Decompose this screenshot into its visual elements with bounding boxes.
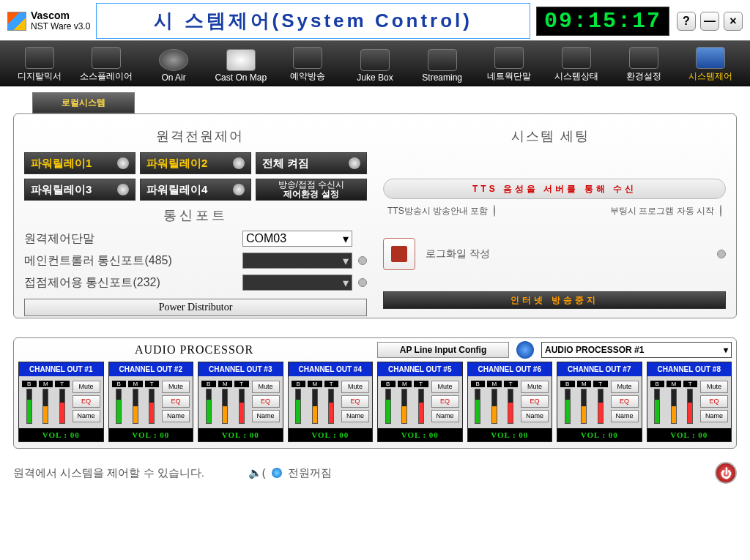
channel-out-1: CHANNEL OUT #1BMTMuteEQNameVOL : 00 xyxy=(18,362,104,442)
eq-button[interactable]: EQ xyxy=(700,395,728,408)
map-icon xyxy=(226,49,256,71)
mute-button[interactable]: Mute xyxy=(700,381,728,393)
power-relay-2-button[interactable]: 파워릴레이2 xyxy=(140,152,251,174)
eq-button[interactable]: EQ xyxy=(611,395,639,408)
eq-button[interactable]: EQ xyxy=(521,395,549,408)
log-file-button[interactable] xyxy=(383,238,415,270)
treble-slider[interactable]: T xyxy=(504,381,519,424)
bass-slider[interactable]: B xyxy=(292,381,306,424)
treble-slider[interactable]: T xyxy=(234,381,249,424)
power-relay-4-button[interactable]: 파워릴레이4 xyxy=(140,179,251,201)
bass-slider[interactable]: B xyxy=(650,381,665,424)
name-button[interactable]: Name xyxy=(431,410,459,422)
onair-icon xyxy=(159,49,188,71)
mute-button[interactable]: Mute xyxy=(73,381,100,393)
close-button[interactable]: × xyxy=(724,12,743,31)
mixer-icon xyxy=(25,47,54,69)
mute-button[interactable]: Mute xyxy=(611,381,639,393)
power-distributor-button[interactable]: Power Distributor xyxy=(24,299,367,316)
tb-source-player[interactable]: 소스플레이어 xyxy=(75,45,139,84)
mid-slider[interactable]: M xyxy=(487,381,502,424)
contact-port-label: 접점제어용 통신포트(232) xyxy=(24,275,160,291)
tb-schedule[interactable]: 예약방송 xyxy=(276,45,341,84)
name-button[interactable]: Name xyxy=(73,410,100,422)
film-icon xyxy=(391,246,407,262)
internet-broadcast-stop-button[interactable]: 인터넷 방송중지 xyxy=(383,291,726,309)
name-button[interactable]: Name xyxy=(611,410,639,422)
tb-network-terminal[interactable]: 네트웍단말 xyxy=(477,45,541,84)
eq-button[interactable]: EQ xyxy=(431,395,459,408)
tb-system-control[interactable]: 시스템제어 xyxy=(678,45,743,84)
disc-icon xyxy=(92,47,121,69)
treble-slider[interactable]: T xyxy=(414,381,428,424)
streaming-icon xyxy=(428,49,457,71)
bass-slider[interactable]: B xyxy=(201,381,216,424)
bass-slider[interactable]: B xyxy=(560,381,575,424)
left-column: 파워릴레이1 파워릴레이2 전체 켜짐 파워릴레이3 파워릴레이4 방송/접점 … xyxy=(24,152,367,316)
mid-slider[interactable]: M xyxy=(128,381,143,424)
mute-button[interactable]: Mute xyxy=(431,381,459,393)
tb-jukebox[interactable]: Juke Box xyxy=(343,48,407,84)
channel-out-3: CHANNEL OUT #3BMTMuteEQNameVOL : 00 xyxy=(198,362,283,442)
eq-button[interactable]: EQ xyxy=(73,395,100,408)
chevron-down-icon: ▾ xyxy=(724,345,728,355)
power-relay-3-button[interactable]: 파워릴레이3 xyxy=(24,179,135,201)
minimize-button[interactable]: — xyxy=(700,12,719,31)
mid-slider[interactable]: M xyxy=(667,381,681,424)
treble-slider[interactable]: T xyxy=(145,381,160,424)
eq-button[interactable]: EQ xyxy=(162,395,190,408)
bass-slider[interactable]: B xyxy=(112,381,127,424)
name-button[interactable]: Name xyxy=(521,410,549,422)
mute-button[interactable]: Mute xyxy=(252,381,280,393)
tb-on-air[interactable]: On Air xyxy=(141,48,206,84)
channel-volume: VOL : 00 xyxy=(109,428,193,441)
channel-out-2: CHANNEL OUT #2BMTMuteEQNameVOL : 00 xyxy=(108,362,194,442)
ap-line-input-config-button[interactable]: AP Line Input Config xyxy=(377,342,509,358)
name-button[interactable]: Name xyxy=(341,410,369,422)
tb-settings[interactable]: 환경설정 xyxy=(612,45,676,84)
bass-slider[interactable]: B xyxy=(471,381,486,424)
treble-slider[interactable]: T xyxy=(55,381,70,424)
audio-processor-select[interactable]: AUDIO PROCESSOR #1▾ xyxy=(541,342,732,358)
channel-header: CHANNEL OUT #2 xyxy=(109,362,193,376)
main-port-select[interactable]: ▾ xyxy=(242,253,352,269)
name-button[interactable]: Name xyxy=(162,410,190,422)
contact-port-select[interactable]: ▾ xyxy=(242,275,352,291)
channel-volume: VOL : 00 xyxy=(468,428,552,441)
mute-button[interactable]: Mute xyxy=(162,381,190,393)
tb-system-status[interactable]: 시스템상태 xyxy=(544,45,609,84)
tb-digital-mixer[interactable]: 디지탈믹서 xyxy=(7,45,72,84)
treble-slider[interactable]: T xyxy=(324,381,339,424)
mid-slider[interactable]: M xyxy=(577,381,592,424)
name-button[interactable]: Name xyxy=(700,410,728,422)
mute-button[interactable]: Mute xyxy=(521,381,549,393)
chevron-down-icon: ▾ xyxy=(343,276,349,290)
help-button[interactable]: ? xyxy=(677,12,696,31)
treble-slider[interactable]: T xyxy=(593,381,608,424)
mid-slider[interactable]: M xyxy=(39,381,53,424)
name-button[interactable]: Name xyxy=(252,410,280,422)
eq-button[interactable]: EQ xyxy=(252,395,280,408)
page-title: 시 스템제어(System Control) xyxy=(96,3,530,39)
bass-slider[interactable]: B xyxy=(381,381,396,424)
main-power-button[interactable]: ⏻ xyxy=(715,462,737,484)
treble-slider[interactable]: T xyxy=(683,381,698,424)
section-remote-power: 원격전원제어 xyxy=(24,124,375,152)
tb-cast-on-map[interactable]: Cast On Map xyxy=(209,48,273,84)
remote-port-select[interactable]: COM03▾ xyxy=(242,231,352,247)
channel-volume: VOL : 00 xyxy=(19,428,103,441)
mute-button[interactable]: Mute xyxy=(341,381,369,393)
tab-local-system[interactable]: 로컬시스템 xyxy=(32,92,135,113)
tb-streaming[interactable]: Streaming xyxy=(410,48,475,84)
eq-button[interactable]: EQ xyxy=(341,395,369,408)
power-relay-1-button[interactable]: 파워릴레이1 xyxy=(24,152,135,174)
power-indicator-icon xyxy=(272,468,282,478)
status-dot xyxy=(494,205,495,217)
mid-slider[interactable]: M xyxy=(398,381,412,424)
channel-out-8: CHANNEL OUT #8BMTMuteEQNameVOL : 00 xyxy=(647,362,732,442)
env-setting-button[interactable]: 방송/접점 수신시제어환경 설정 xyxy=(256,179,367,201)
all-on-button[interactable]: 전체 켜짐 xyxy=(256,152,367,174)
mid-slider[interactable]: M xyxy=(308,381,322,424)
mid-slider[interactable]: M xyxy=(218,381,233,424)
bass-slider[interactable]: B xyxy=(22,381,37,424)
